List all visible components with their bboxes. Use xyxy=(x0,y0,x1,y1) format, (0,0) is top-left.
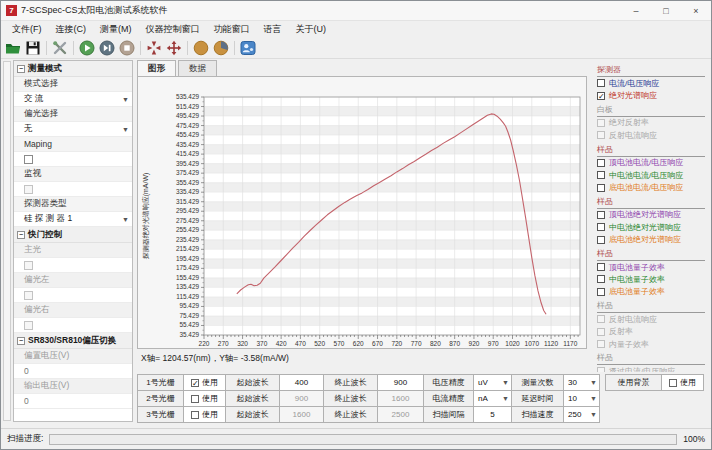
property-dropdown[interactable]: 无▼ xyxy=(14,122,132,137)
menu-item-4[interactable]: 功能窗口 xyxy=(207,21,257,38)
table-input[interactable]: 1600 xyxy=(279,406,324,423)
tab-graph[interactable]: 图形 xyxy=(137,60,176,77)
property-checkbox[interactable] xyxy=(14,258,132,273)
app-logo-icon: 7 xyxy=(6,5,17,16)
table-dropdown[interactable]: 250▼ xyxy=(563,406,600,423)
tools-button[interactable] xyxy=(51,39,69,57)
menu-item-6[interactable]: 关于(U) xyxy=(289,21,334,38)
toolbar-separator xyxy=(140,41,141,55)
result-checkbox-item[interactable]: 顶电池绝对光谱响应 xyxy=(597,209,705,221)
user-button[interactable] xyxy=(239,39,257,57)
use-checkbox[interactable]: 使用 xyxy=(183,390,226,407)
center-view-button[interactable] xyxy=(145,39,163,57)
checkbox-icon xyxy=(597,367,605,372)
save-button[interactable] xyxy=(24,39,42,57)
run-icon xyxy=(79,40,95,56)
result-group-title: 样品 xyxy=(597,195,705,209)
property-label: 探测器类型 xyxy=(14,197,132,212)
table-input[interactable]: 1600 xyxy=(377,390,424,407)
result-checkbox-item[interactable]: 底电池电流/电压响应 xyxy=(597,181,705,193)
menu-item-1[interactable]: 连接(C) xyxy=(49,21,94,38)
property-input[interactable]: 0 xyxy=(14,364,132,379)
app-window: 7 7-SCSpec-CS太阳电池测试系统软件 – □ × 文件(F)连接(C)… xyxy=(0,0,712,450)
result-checkbox-item[interactable]: 中电池绝对光谱响应 xyxy=(597,221,705,233)
collapsed-side-strip[interactable] xyxy=(3,61,11,421)
collapse-icon[interactable]: − xyxy=(17,65,25,73)
checkbox-icon xyxy=(597,119,605,127)
svg-text:75.429: 75.429 xyxy=(179,312,199,319)
menu-item-3[interactable]: 仪器控制窗口 xyxy=(139,21,207,38)
maximize-button[interactable]: □ xyxy=(651,1,681,20)
stop-button[interactable] xyxy=(118,39,136,57)
pie-chart-icon xyxy=(213,40,229,56)
property-checkbox[interactable] xyxy=(14,152,132,167)
svg-text:720: 720 xyxy=(391,340,402,347)
property-checkbox[interactable] xyxy=(14,182,132,197)
table-spacer xyxy=(605,390,662,407)
collapse-icon[interactable]: − xyxy=(17,337,25,345)
measure-button[interactable] xyxy=(192,39,210,57)
close-button[interactable]: × xyxy=(681,1,711,20)
use-checkbox[interactable]: ✓使用 xyxy=(183,374,226,391)
left-section-header-1[interactable]: −快门控制 xyxy=(14,227,132,243)
result-checkbox-item[interactable]: 中电池电流/电压响应 xyxy=(597,169,705,181)
table-dropdown[interactable]: uV▼ xyxy=(473,374,512,391)
svg-text:95.429: 95.429 xyxy=(179,302,199,309)
grating-settings-table: 1号光栅✓使用起始波长400终止波长900电压精度uV▼测量次数30▼使用背景使… xyxy=(138,375,708,423)
property-checkbox[interactable] xyxy=(14,318,132,333)
property-input[interactable]: 0 xyxy=(14,394,132,409)
table-dropdown[interactable]: 30▼ xyxy=(563,374,600,391)
property-dropdown[interactable]: 交 流▼ xyxy=(14,92,132,107)
table-input[interactable]: 5 xyxy=(473,406,512,423)
checkbox-icon xyxy=(597,131,605,139)
result-checkbox-item[interactable]: 顶电池量子效率 xyxy=(597,261,705,273)
pan-button[interactable] xyxy=(165,39,183,57)
left-section-header-0[interactable]: −测量模式 xyxy=(14,61,132,77)
left-section-header-2[interactable]: −SR830/SR810偏压切换 xyxy=(14,333,132,349)
status-bar: 扫描进度: 100% xyxy=(1,428,711,449)
result-checkbox-item: 透过电流/电压响应 xyxy=(597,365,705,372)
measurement-selection-panel: 探测器电流/电压响应✓绝对光谱响应白板绝对反射率反射电流响应样品顶电池电流/电压… xyxy=(591,60,709,372)
table-dropdown[interactable]: 10▼ xyxy=(563,390,600,407)
menu-item-0[interactable]: 文件(F) xyxy=(5,21,49,38)
result-checkbox-item: 反射率 xyxy=(597,325,705,337)
table-dropdown[interactable]: nA▼ xyxy=(473,390,512,407)
table-input[interactable]: 400 xyxy=(279,374,324,391)
minimize-button[interactable]: – xyxy=(621,1,651,20)
result-checkbox-item: 内量子效率 xyxy=(597,338,705,350)
property-dropdown[interactable]: 硅 探 测 器 1▼ xyxy=(14,212,132,227)
result-checkbox-item[interactable]: 中电池量子效率 xyxy=(597,273,705,285)
run-button[interactable] xyxy=(78,39,96,57)
result-checkbox-item[interactable]: 底电池量子效率 xyxy=(597,286,705,298)
collapse-icon[interactable]: − xyxy=(17,231,25,239)
property-checkbox[interactable] xyxy=(14,288,132,303)
property-label: 主光 xyxy=(14,243,132,258)
use-checkbox[interactable]: 使用 xyxy=(183,406,226,423)
tab-data[interactable]: 数据 xyxy=(178,60,217,77)
open-folder-button[interactable] xyxy=(4,39,22,57)
result-checkbox-item[interactable]: 电流/电压响应 xyxy=(597,77,705,89)
table-input[interactable]: 900 xyxy=(279,390,324,407)
menu-item-2[interactable]: 测量(M) xyxy=(93,21,139,38)
use-checkbox[interactable]: 使用 xyxy=(661,374,704,391)
run-to-end-button[interactable] xyxy=(98,39,116,57)
svg-text:155.429: 155.429 xyxy=(176,274,200,281)
table-spacer xyxy=(605,406,662,423)
result-group-title: 样品 xyxy=(597,143,705,157)
pie-chart-button[interactable] xyxy=(212,39,230,57)
spectral-response-chart[interactable]: 2202703203704204705205706206707207708208… xyxy=(138,77,586,348)
result-group-title: 探测器 xyxy=(597,63,705,77)
result-checkbox-item[interactable]: ✓绝对光谱响应 xyxy=(597,89,705,101)
result-checkbox-item[interactable]: 顶电池电流/电压响应 xyxy=(597,157,705,169)
table-input[interactable]: 900 xyxy=(377,374,424,391)
svg-text:315.429: 315.429 xyxy=(176,198,200,205)
result-checkbox-item[interactable]: 底电池绝对光谱响应 xyxy=(597,234,705,246)
svg-text:1170: 1170 xyxy=(563,340,577,347)
property-label: 偏光左 xyxy=(14,273,132,288)
result-checkbox-item: 绝对反射率 xyxy=(597,117,705,129)
checkbox-icon: ✓ xyxy=(191,379,199,387)
table-input[interactable]: 2500 xyxy=(377,406,424,423)
svg-text:455.429: 455.429 xyxy=(176,131,200,138)
menu-item-5[interactable]: 语言 xyxy=(257,21,289,38)
chart-panel[interactable]: 2202703203704204705205706206707207708208… xyxy=(137,76,587,349)
